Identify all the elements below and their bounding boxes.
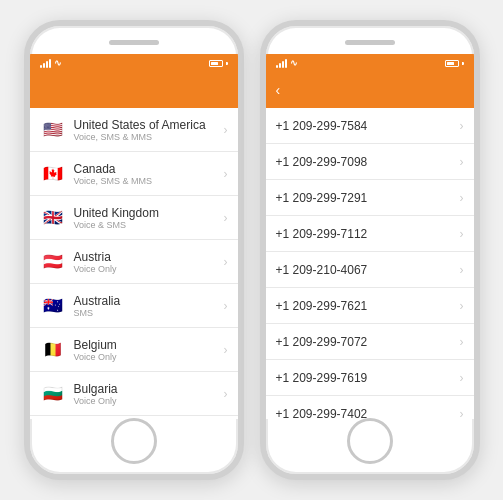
phone2-back-button[interactable]: ‹ xyxy=(276,82,283,98)
phone2-screen: ∿ ‹ xyxy=(266,54,474,419)
item-text: Canada Voice, SMS & MMS xyxy=(74,162,216,186)
phone-number: +1 209-299-7291 xyxy=(276,191,460,205)
chevron-right-icon: › xyxy=(224,123,228,137)
status-left: ∿ xyxy=(40,58,62,68)
country-name: United Kingdom xyxy=(74,206,216,220)
battery-tip xyxy=(226,62,228,65)
p2-status-left: ∿ xyxy=(276,58,298,68)
phone2-status-bar: ∿ xyxy=(266,54,474,72)
country-name: Australia xyxy=(74,294,216,308)
number-list-item[interactable]: +1 209-299-7584 › xyxy=(266,108,474,144)
phone1-status-bar: ∿ xyxy=(30,54,238,72)
country-sub: Voice Only xyxy=(74,396,216,406)
chevron-right-icon: › xyxy=(224,387,228,401)
phone1-screen: ∿ 🇺🇸 xyxy=(30,54,238,419)
p2-signal-bars xyxy=(276,58,287,68)
p2-battery-tip xyxy=(462,62,464,65)
signal-bar-4 xyxy=(49,59,51,68)
country-list-item[interactable]: 🇨🇦 Canada Voice, SMS & MMS › xyxy=(30,152,238,196)
country-name: Bulgaria xyxy=(74,382,216,396)
chevron-right-icon: › xyxy=(460,119,464,133)
signal-bar-2 xyxy=(43,63,45,68)
country-name: Austria xyxy=(74,250,216,264)
item-text: United States of America Voice, SMS & MM… xyxy=(74,118,216,142)
chevron-right-icon: › xyxy=(460,227,464,241)
chevron-right-icon: › xyxy=(460,191,464,205)
chevron-right-icon: › xyxy=(460,155,464,169)
country-list-item[interactable]: 🇦🇹 Austria Voice Only › xyxy=(30,240,238,284)
signal-bar-3 xyxy=(46,61,48,68)
country-list: 🇺🇸 United States of America Voice, SMS &… xyxy=(30,108,238,419)
chevron-right-icon: › xyxy=(224,167,228,181)
country-list-item[interactable]: 🇧🇷 Brazil Voice Only › xyxy=(30,416,238,419)
flag-icon: 🇦🇺 xyxy=(40,297,66,315)
p2-signal-bar-3 xyxy=(282,61,284,68)
number-list-item[interactable]: +1 209-299-7098 › xyxy=(266,144,474,180)
country-sub: Voice & SMS xyxy=(74,220,216,230)
phones-container: ∿ 🇺🇸 xyxy=(4,0,500,500)
item-text: Bulgaria Voice Only xyxy=(74,382,216,406)
status-right xyxy=(206,60,228,67)
flag-icon: 🇦🇹 xyxy=(40,253,66,271)
flag-icon: 🇧🇪 xyxy=(40,341,66,359)
signal-bars xyxy=(40,58,51,68)
numbers-list: +1 209-299-7584 › +1 209-299-7098 › +1 2… xyxy=(266,108,474,419)
phone1-nav-bar xyxy=(30,72,238,108)
chevron-right-icon: › xyxy=(224,211,228,225)
flag-icon: 🇧🇬 xyxy=(40,385,66,403)
item-text: Austria Voice Only xyxy=(74,250,216,274)
chevron-right-icon: › xyxy=(460,335,464,349)
flag-icon: 🇬🇧 xyxy=(40,209,66,227)
item-text: Australia SMS xyxy=(74,294,216,318)
country-list-item[interactable]: 🇺🇸 United States of America Voice, SMS &… xyxy=(30,108,238,152)
country-name: Canada xyxy=(74,162,216,176)
country-list-item[interactable]: 🇧🇪 Belgium Voice Only › xyxy=(30,328,238,372)
country-list-item[interactable]: 🇬🇧 United Kingdom Voice & SMS › xyxy=(30,196,238,240)
country-sub: Voice, SMS & MMS xyxy=(74,176,216,186)
phone-number: +1 209-299-7072 xyxy=(276,335,460,349)
phone-number: +1 209-299-7584 xyxy=(276,119,460,133)
country-name: Belgium xyxy=(74,338,216,352)
number-list-item[interactable]: +1 209-299-7291 › xyxy=(266,180,474,216)
country-sub: SMS xyxy=(74,308,216,318)
battery-icon xyxy=(209,60,223,67)
number-list-item[interactable]: +1 209-299-7402 › xyxy=(266,396,474,419)
phone-numbers: ∿ ‹ xyxy=(260,20,480,480)
country-sub: Voice Only xyxy=(74,264,216,274)
phone-number: +1 209-299-7112 xyxy=(276,227,460,241)
number-list-item[interactable]: +1 209-299-7072 › xyxy=(266,324,474,360)
country-sub: Voice Only xyxy=(74,352,216,362)
battery-fill xyxy=(211,62,219,65)
phone-country: ∿ 🇺🇸 xyxy=(24,20,244,480)
p2-signal-bar-2 xyxy=(279,63,281,68)
chevron-right-icon: › xyxy=(460,407,464,420)
phone2-nav-bar: ‹ xyxy=(266,72,474,108)
p2-battery-fill xyxy=(447,62,455,65)
chevron-right-icon: › xyxy=(224,343,228,357)
number-list-item[interactable]: +1 209-299-7619 › xyxy=(266,360,474,396)
phone-number: +1 209-210-4067 xyxy=(276,263,460,277)
signal-bar-1 xyxy=(40,65,42,68)
phone-number: +1 209-299-7402 xyxy=(276,407,460,420)
country-list-item[interactable]: 🇦🇺 Australia SMS › xyxy=(30,284,238,328)
wifi-icon: ∿ xyxy=(54,58,62,68)
item-text: United Kingdom Voice & SMS xyxy=(74,206,216,230)
phone-number: +1 209-299-7621 xyxy=(276,299,460,313)
p2-wifi-icon: ∿ xyxy=(290,58,298,68)
p2-signal-bar-1 xyxy=(276,65,278,68)
number-list-item[interactable]: +1 209-210-4067 › xyxy=(266,252,474,288)
country-sub: Voice, SMS & MMS xyxy=(74,132,216,142)
flag-icon: 🇺🇸 xyxy=(40,121,66,139)
country-list-item[interactable]: 🇧🇬 Bulgaria Voice Only › xyxy=(30,372,238,416)
phone-number: +1 209-299-7098 xyxy=(276,155,460,169)
chevron-right-icon: › xyxy=(224,255,228,269)
p2-status-right xyxy=(442,60,464,67)
chevron-right-icon: › xyxy=(460,263,464,277)
p2-battery-icon xyxy=(445,60,459,67)
item-text: Belgium Voice Only xyxy=(74,338,216,362)
number-list-item[interactable]: +1 209-299-7112 › xyxy=(266,216,474,252)
number-list-item[interactable]: +1 209-299-7621 › xyxy=(266,288,474,324)
phone-number: +1 209-299-7619 xyxy=(276,371,460,385)
country-name: United States of America xyxy=(74,118,216,132)
chevron-left-icon: ‹ xyxy=(276,82,281,98)
